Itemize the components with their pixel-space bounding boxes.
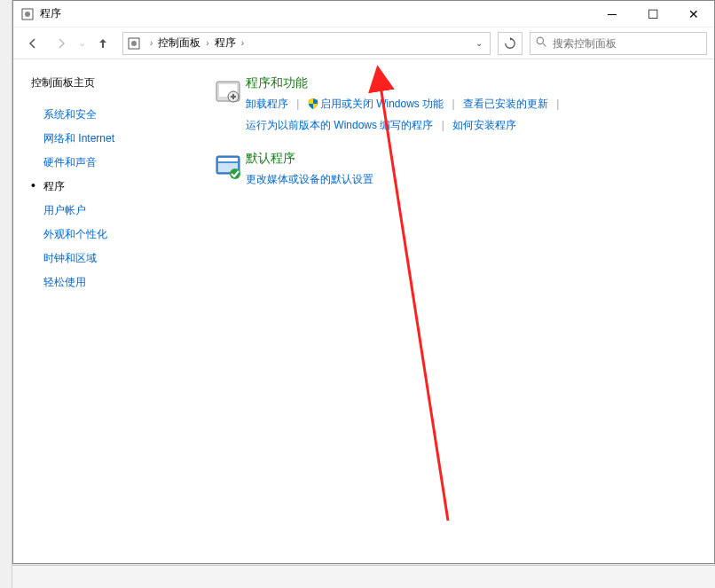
address-history-dropdown[interactable]: ⌄ bbox=[472, 38, 486, 48]
breadcrumb-programs[interactable]: 程序 bbox=[213, 35, 238, 51]
svg-point-3 bbox=[131, 41, 137, 46]
sidebar-home-link[interactable]: 控制面板主页 bbox=[31, 75, 200, 90]
content-area: 控制面板主页 系统和安全 网络和 Internet 硬件和声音 程序 用户帐户 … bbox=[13, 59, 714, 563]
default-programs-links: 更改媒体或设备的默认设置 bbox=[246, 170, 703, 190]
link-uninstall-program[interactable]: 卸载程序 bbox=[246, 98, 288, 110]
titlebar: 程序 ─ ☐ ✕ bbox=[13, 1, 714, 27]
up-button[interactable] bbox=[90, 31, 115, 56]
programs-features-links: 卸载程序 | 启用或关闭 Windows 功能 | 查看已安装的更新 | 运行为… bbox=[246, 95, 703, 135]
sidebar-item-programs[interactable]: 程序 bbox=[31, 175, 200, 199]
address-icon bbox=[127, 36, 141, 51]
sidebar-item-system-security[interactable]: 系统和安全 bbox=[31, 103, 200, 127]
nav-recent-dropdown[interactable]: ⌄ bbox=[78, 37, 86, 49]
svg-line-5 bbox=[543, 43, 546, 46]
back-button[interactable] bbox=[20, 31, 45, 56]
svg-point-1 bbox=[25, 12, 30, 17]
link-view-updates[interactable]: 查看已安装的更新 bbox=[463, 98, 548, 110]
breadcrumb-root-chevron[interactable]: › bbox=[146, 38, 156, 48]
section-programs-features: 程序和功能 卸载程序 | 启用或关闭 Windows 功能 | 查看已安装的更新… bbox=[210, 75, 703, 135]
programs-features-icon bbox=[210, 75, 246, 135]
sidebar-item-hardware-sound[interactable]: 硬件和声音 bbox=[31, 151, 200, 175]
default-programs-icon bbox=[210, 151, 246, 190]
breadcrumb-chevron[interactable]: › bbox=[202, 38, 212, 48]
sidebar-item-appearance[interactable]: 外观和个性化 bbox=[31, 223, 200, 247]
sidebar-item-user-accounts[interactable]: 用户帐户 bbox=[31, 199, 200, 223]
window-controls: ─ ☐ ✕ bbox=[592, 1, 714, 27]
window-icon bbox=[20, 7, 35, 21]
link-change-media-defaults[interactable]: 更改媒体或设备的默认设置 bbox=[246, 173, 373, 185]
default-programs-title[interactable]: 默认程序 bbox=[246, 151, 703, 167]
breadcrumb-control-panel[interactable]: 控制面板 bbox=[156, 35, 202, 51]
maximize-button[interactable]: ☐ bbox=[632, 1, 673, 27]
link-windows-features[interactable]: 启用或关闭 Windows 功能 bbox=[320, 98, 444, 110]
sidebar-category-list: 系统和安全 网络和 Internet 硬件和声音 程序 用户帐户 外观和个性化 … bbox=[31, 103, 200, 294]
background-strip bbox=[12, 565, 715, 588]
background-edge bbox=[0, 0, 12, 588]
sidebar: 控制面板主页 系统和安全 网络和 Internet 硬件和声音 程序 用户帐户 … bbox=[13, 59, 200, 563]
window-title: 程序 bbox=[40, 6, 592, 21]
section-default-programs: 默认程序 更改媒体或设备的默认设置 bbox=[210, 151, 703, 190]
forward-button[interactable] bbox=[49, 31, 74, 56]
svg-point-14 bbox=[230, 169, 240, 179]
address-bar[interactable]: › 控制面板 › 程序 › ⌄ bbox=[122, 32, 491, 55]
programs-features-title[interactable]: 程序和功能 bbox=[246, 75, 703, 91]
shield-icon bbox=[308, 97, 318, 116]
sidebar-item-network-internet[interactable]: 网络和 Internet bbox=[31, 127, 200, 151]
breadcrumb-chevron-end[interactable]: › bbox=[238, 38, 248, 48]
svg-point-4 bbox=[537, 37, 543, 43]
search-input[interactable] bbox=[553, 37, 701, 50]
control-panel-window: 程序 ─ ☐ ✕ ⌄ › 控制面板 › 程序 › ⌄ bbox=[12, 0, 715, 564]
search-icon bbox=[536, 36, 547, 51]
link-compatibility[interactable]: 运行为以前版本的 Windows 编写的程序 bbox=[246, 119, 433, 131]
minimize-button[interactable]: ─ bbox=[592, 1, 632, 27]
refresh-button[interactable] bbox=[498, 32, 522, 55]
sidebar-item-ease-of-access[interactable]: 轻松使用 bbox=[31, 270, 200, 294]
svg-rect-10 bbox=[231, 96, 236, 98]
svg-rect-12 bbox=[218, 158, 238, 161]
link-how-install[interactable]: 如何安装程序 bbox=[452, 119, 516, 131]
navbar: ⌄ › 控制面板 › 程序 › ⌄ bbox=[13, 27, 714, 59]
search-box[interactable] bbox=[530, 32, 707, 55]
close-button[interactable]: ✕ bbox=[673, 1, 714, 27]
sidebar-item-clock-region[interactable]: 时钟和区域 bbox=[31, 247, 200, 270]
main-panel: 程序和功能 卸载程序 | 启用或关闭 Windows 功能 | 查看已安装的更新… bbox=[200, 59, 714, 563]
